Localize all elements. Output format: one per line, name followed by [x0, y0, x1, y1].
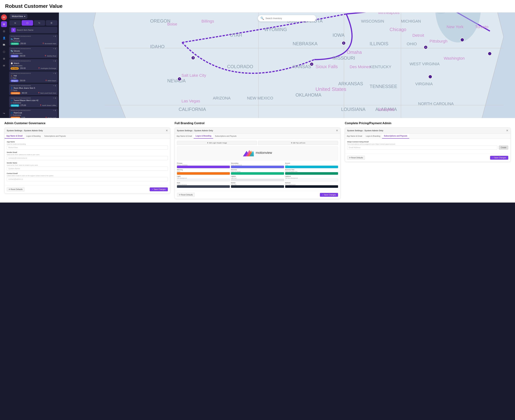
sender-name-sublabel: Used as the 'from' name for emails to yo… [7, 164, 168, 166]
tab-logos-branding[interactable]: Logos & Branding [24, 134, 43, 139]
save-changes-button[interactable]: ✓ Save Changes [150, 188, 168, 191]
edit-icon[interactable]: ✏ 🗑 [53, 48, 56, 49]
svg-text:VIRGINIA: VIRGINIA [415, 82, 433, 86]
payment-footer: ⟳ Reset Defaults ✓ Save Changes [345, 154, 510, 162]
create-button[interactable]: Create [499, 145, 508, 150]
contact-email-input[interactable] [7, 177, 168, 181]
sender-name-input[interactable] [7, 166, 168, 171]
secondary-color-swatch[interactable] [231, 166, 284, 168]
darker-color-swatch[interactable] [231, 185, 284, 188]
svg-text:WISCONSIN: WISCONSIN [361, 19, 384, 23]
nav-icon-message[interactable]: ✉ [1, 63, 7, 68]
view-dropdown[interactable]: MotionView ▾ [10, 14, 27, 19]
save-changes-button-3[interactable]: ✓ Save Changes [490, 156, 508, 160]
tab-subscriptions-payouts-3[interactable]: Subscriptions and Payouts [382, 134, 409, 139]
user-avatar[interactable]: DZ [1, 14, 7, 20]
svg-text:ILLINOIS: ILLINOIS [370, 41, 388, 46]
branding-header-buttons: ⬆ Edit Login Header Image ⬆ Edit Top Lef… [177, 141, 338, 145]
tab-logos-branding-3[interactable]: Logos & Branding [364, 134, 382, 139]
dark-color-swatch[interactable] [177, 185, 230, 188]
close-icon[interactable]: ✕ [506, 129, 508, 132]
edit-icon[interactable]: ✏ 🗑 [53, 110, 56, 111]
nav-icon-globe[interactable]: ◎ [1, 28, 7, 34]
stripe-email-input[interactable] [347, 145, 497, 150]
map-marker[interactable]: 4 [191, 56, 195, 60]
svg-text:Sioux Falls: Sioux Falls [316, 64, 338, 69]
edit-icon[interactable]: ✏ 🗑 [53, 85, 56, 87]
map-marker[interactable] [488, 52, 492, 56]
map-marker[interactable]: 3 [310, 62, 314, 66]
logo-triangles-icon [243, 149, 254, 156]
tab-app-name-email-2[interactable]: App Name & Email [175, 134, 194, 139]
tab-app-name-email-3[interactable]: App Name & Email [345, 134, 364, 139]
tab-tag[interactable]: ⬡ [22, 20, 33, 26]
payment-settings-window: System Settings - System Admin Only ✕ Ap… [345, 128, 511, 162]
lighter-color-swatch[interactable] [231, 179, 284, 181]
svg-text:LOUISIANA: LOUISIANA [341, 107, 365, 112]
edit-top-left-icon-button[interactable]: ⬆ Edit Top Left Icon [258, 141, 338, 145]
nav-icon-settings[interactable]: ⚙ [1, 56, 7, 62]
tab-shield[interactable]: ⛨ [46, 20, 57, 26]
edit-login-header-button[interactable]: ⬆ Edit Login Header Image [177, 141, 257, 145]
darkest-color-swatch[interactable] [285, 185, 338, 188]
contact-email-sublabel: Linked within emails to users as the sup… [7, 175, 168, 177]
nav-icon-tag[interactable]: ⬡ [1, 49, 7, 55]
map-marker[interactable]: 4 [424, 45, 428, 49]
list-item: 30340476F45C9500B2D05F58 ✏ 🗑 👖 Basic Blu… [9, 84, 58, 95]
tab-subscriptions-payouts[interactable]: Subscriptions and Payouts [42, 134, 68, 139]
tab-subscriptions-payouts-2[interactable]: Subscriptions and Payouts [213, 134, 238, 139]
light-color-swatch[interactable] [177, 179, 230, 181]
map-marker[interactable]: 7 [177, 77, 182, 81]
tab-app-name-email[interactable]: App Name & Email [5, 134, 24, 139]
close-icon[interactable]: ✕ [166, 129, 168, 132]
tab-logos-branding-2[interactable]: Logos & Branding [194, 134, 213, 139]
svg-text:United States: United States [316, 86, 346, 92]
svg-text:Pittsburgh: Pittsburgh [430, 39, 447, 44]
svg-text:OREGON: OREGON [150, 18, 170, 23]
accent-color-swatch[interactable] [285, 166, 338, 168]
status-badge: Incoming [11, 104, 19, 107]
edit-icon[interactable]: ✏ 🗑 [53, 36, 56, 37]
primary-color-swatch[interactable] [177, 166, 230, 168]
reset-defaults-button-3[interactable]: ⟳ Reset Defaults [347, 156, 365, 160]
tab-wifi[interactable]: ≋ [9, 20, 21, 26]
item-id: 30340476F45C9500B2D05E06 ✏ 🗑 [11, 36, 56, 37]
edit-icon[interactable]: ✏ 🗑 [53, 73, 56, 74]
add-item-button[interactable]: + [11, 28, 16, 32]
svg-text:Boise: Boise [167, 22, 177, 26]
app-name-input[interactable] [7, 145, 168, 150]
warning-color-swatch[interactable] [177, 172, 230, 175]
success-text-color-swatch[interactable] [285, 172, 338, 175]
nav-icon-home[interactable]: ⊞ [1, 21, 7, 27]
sender-email-input[interactable] [7, 156, 168, 160]
payment-tabs: App Name & Email Logos & Branding Subscr… [345, 134, 510, 139]
map-marker[interactable] [428, 75, 432, 79]
svg-text:COLORADO: COLORADO [227, 64, 253, 69]
success-color-swatch[interactable] [231, 172, 284, 175]
edit-icon[interactable]: ✏ 🗑 [53, 97, 56, 99]
edit-icon[interactable]: ✏ 🗑 [53, 60, 56, 62]
nav-icon-logout[interactable]: ↪ [1, 110, 7, 116]
svg-marker-1 [93, 13, 504, 118]
svg-text:MICHIGAN: MICHIGAN [401, 19, 421, 23]
search-inventory-input[interactable] [265, 17, 313, 20]
tab-refresh[interactable]: ↻ [34, 20, 45, 26]
save-changes-button-2[interactable]: ✓ Save Changes [320, 193, 338, 197]
svg-text:UTAH: UTAH [230, 33, 242, 38]
nav-icon-bike[interactable]: ⛟ [1, 42, 7, 48]
svg-text:NORTH CAROLINA: NORTH CAROLINA [418, 101, 454, 106]
svg-text:WYOMING: WYOMING [264, 27, 287, 32]
svg-text:ALABAMA: ALABAMA [375, 107, 397, 112]
map-marker[interactable] [460, 38, 464, 42]
reset-defaults-button-2[interactable]: ⟳ Reset Defaults [177, 193, 195, 197]
search-bar: + Search Item Name [9, 27, 57, 33]
map-marker[interactable]: 5 [342, 41, 346, 45]
nav-icon-users[interactable]: 👤 [1, 35, 7, 41]
app-name-label: App Name [7, 141, 168, 143]
sender-name-label: Sender Name [7, 162, 168, 164]
lightest-color-swatch[interactable] [285, 179, 338, 181]
svg-text:Toronto: Toronto [475, 24, 488, 29]
close-icon[interactable]: ✕ [336, 129, 338, 132]
sidebar-nav: DZ ⊞ ◎ 👤 ⛟ ⬡ ⚙ ✉ ↪ [0, 13, 8, 118]
reset-defaults-button[interactable]: ⟳ Reset Defaults [7, 187, 24, 191]
